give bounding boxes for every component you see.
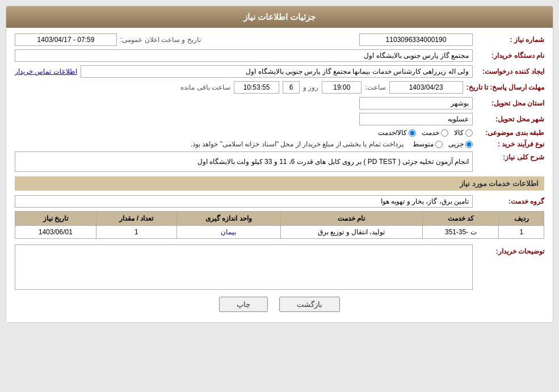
reply-days-value: 6 <box>283 81 300 94</box>
page-wrapper: جزئیات اطلاعات نیاز شماره نیاز : 1103096… <box>0 0 559 392</box>
col-date: تاریخ نیاز <box>15 212 96 226</box>
buyer-desc-label: توضیحات خریدار: <box>476 245 544 255</box>
reply-deadline-label: مهلت ارسال پاسخ: تا تاریخ: <box>466 83 544 91</box>
city-label: شهر محل تحویل: <box>476 115 544 123</box>
buyer-desc-wrapper: توضیحات خریدار: <box>15 245 544 290</box>
row-creator: ایجاد کننده درخواست: ولی اله زیرراهی کار… <box>15 65 544 78</box>
purchase-type-label-motavaset: متوسط <box>413 140 434 148</box>
col-name: نام خدمت <box>280 212 422 226</box>
col-row: ردیف <box>499 212 544 226</box>
creator-value: ولی اله زیرراهی کارشناس خدمات بیمانها مج… <box>81 65 473 78</box>
cell-unit: بیمان <box>177 226 281 239</box>
need-description-label: شرح کلی نیاز: <box>476 151 544 161</box>
category-option-khedmat[interactable]: خدمت <box>422 129 448 137</box>
category-radio-both[interactable] <box>409 129 416 137</box>
purchase-type-label-jozi: جزیی <box>448 140 464 148</box>
cell-row: 1 <box>499 226 544 239</box>
reply-days-label: روز و <box>303 83 318 91</box>
category-label: طبقه بندی موضوعی: <box>476 129 544 137</box>
row-service-group: گروه خدمت: تامین برق، گاز، بخار و تهویه … <box>15 195 544 208</box>
category-radio-kala[interactable] <box>465 129 473 137</box>
purchase-type-radio-motavaset[interactable] <box>435 141 443 148</box>
need-description-value: انجام آزمون تخلیه جزئی ( PD TEST ) بر رو… <box>15 151 473 172</box>
footer-buttons: بازگشت چاپ <box>15 297 544 312</box>
reply-remaining-value: 10:53:55 <box>234 81 279 94</box>
category-option-both[interactable]: کالا/خدمت <box>378 129 416 137</box>
col-unit: واحد اندازه گیری <box>177 212 281 226</box>
need-number-label: شماره نیاز : <box>476 36 544 44</box>
creator-label: ایجاد کننده درخواست: <box>476 68 544 75</box>
services-section-title: اطلاعات خدمات مورد نیاز <box>15 176 544 191</box>
contact-link[interactable]: اطلاعات تماس خریدار <box>15 68 77 75</box>
service-group-label: گروه خدمت: <box>476 197 544 205</box>
main-card: جزئیات اطلاعات نیاز شماره نیاز : 1103096… <box>6 6 553 323</box>
announcement-datetime-value: 1403/04/17 - 07:59 <box>15 33 117 46</box>
category-label-khedmat: خدمت <box>422 129 439 137</box>
purchase-type-radio-group: جزیی متوسط <box>413 140 473 148</box>
purchase-type-label: نوع فرآیند خرید : <box>476 140 544 148</box>
purchase-type-note: پرداخت تمام یا بخشی از مبلغ خریدار از مح… <box>191 140 404 148</box>
card-body: شماره نیاز : 1103096334000190 تاریخ و سا… <box>6 28 553 322</box>
table-row: 1 ت -35-351 تولید، انتقال و توزیع برق بی… <box>15 226 544 239</box>
purchase-type-jozi[interactable]: جزیی <box>448 140 473 148</box>
category-label-both: کالا/خدمت <box>378 129 407 137</box>
announcement-datetime-label: تاریخ و ساعت اعلان عمومی: <box>120 36 201 44</box>
back-button[interactable]: بازگشت <box>279 297 340 312</box>
reply-time-label: ساعت: <box>365 83 385 91</box>
row-need-description: شرح کلی نیاز: انجام آزمون تخلیه جزئی ( P… <box>15 151 544 172</box>
province-value: بوشهر <box>359 97 473 109</box>
services-table: ردیف کد خدمت نام خدمت واحد اندازه گیری ت… <box>15 211 544 239</box>
category-label-kala: کالا <box>454 129 464 137</box>
reply-time-value: 19:00 <box>322 81 362 94</box>
category-option-kala[interactable]: کالا <box>454 129 473 137</box>
service-group-value: تامین برق، گاز، بخار و تهویه هوا <box>15 195 473 208</box>
table-body: 1 ت -35-351 تولید، انتقال و توزیع برق بی… <box>15 226 544 239</box>
row-city: شهر محل تحویل: عسلویه <box>15 113 544 125</box>
cell-date: 1403/06/01 <box>15 226 96 239</box>
col-code: کد خدمت <box>422 212 499 226</box>
purchase-type-motavaset[interactable]: متوسط <box>413 140 443 148</box>
reply-remaining-label: ساعت باقی مانده <box>180 83 230 91</box>
cell-quantity: 1 <box>96 226 176 239</box>
cell-code: ت -35-351 <box>422 226 499 239</box>
need-number-value: 1103096334000190 <box>359 33 473 46</box>
table-header: ردیف کد خدمت نام خدمت واحد اندازه گیری ت… <box>15 212 544 226</box>
purchase-type-radio-jozi[interactable] <box>465 141 473 148</box>
buyer-desc-textarea[interactable] <box>15 245 473 290</box>
print-button[interactable]: چاپ <box>219 297 268 312</box>
col-quantity: تعداد / مقدار <box>96 212 176 226</box>
province-label: استان محل تحویل: <box>476 99 544 107</box>
table-header-row: ردیف کد خدمت نام خدمت واحد اندازه گیری ت… <box>15 212 544 226</box>
row-buyer-org: نام دستگاه خریدار: مجتمع گاز پارس جنوبی … <box>15 49 544 62</box>
city-value: عسلویه <box>359 113 473 125</box>
row-category: طبقه بندی موضوعی: کالا خدمت کالا/خدمت <box>15 129 544 137</box>
row-province: استان محل تحویل: بوشهر <box>15 97 544 109</box>
buyer-org-label: نام دستگاه خریدار: <box>476 52 544 60</box>
page-title: جزئیات اطلاعات نیاز <box>243 12 316 22</box>
row-reply-deadline: مهلت ارسال پاسخ: تا تاریخ: 1403/04/23 سا… <box>15 81 544 94</box>
card-header: جزئیات اطلاعات نیاز <box>6 6 553 28</box>
reply-date-value: 1403/04/23 <box>389 81 463 94</box>
row-need-number: شماره نیاز : 1103096334000190 تاریخ و سا… <box>15 33 544 46</box>
row-purchase-type: نوع فرآیند خرید : جزیی متوسط پرداخت تمام… <box>15 140 544 148</box>
buyer-org-value: مجتمع گاز پارس جنوبی بالایشگاه اول <box>15 49 473 62</box>
cell-name: تولید، انتقال و توزیع برق <box>280 226 422 239</box>
category-radio-group: کالا خدمت کالا/خدمت <box>378 129 473 137</box>
category-radio-khedmat[interactable] <box>441 129 448 137</box>
